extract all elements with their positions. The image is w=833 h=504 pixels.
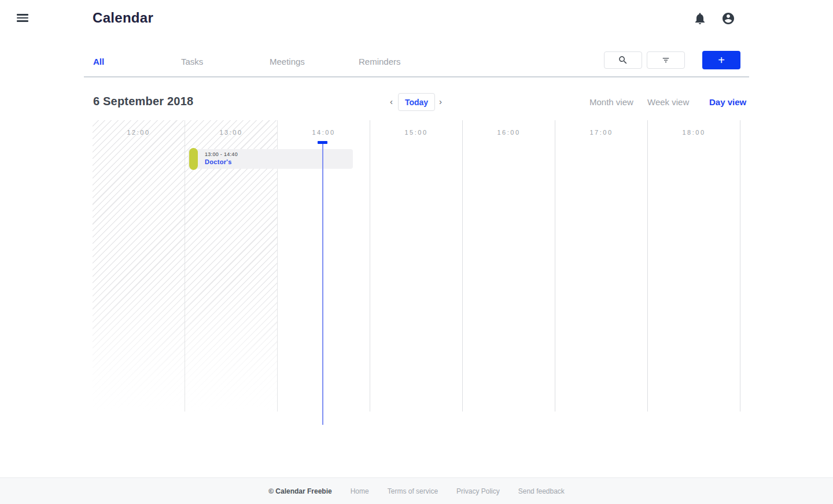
hour-slot-12[interactable]: 12:00 (93, 120, 185, 412)
filter-button[interactable] (647, 51, 685, 69)
footer-link-terms[interactable]: Terms of service (388, 487, 438, 495)
tab-meetings[interactable]: Meetings (270, 57, 305, 66)
notifications-bell-icon[interactable] (693, 12, 707, 25)
hour-slot-18[interactable]: 18:00 (648, 120, 740, 412)
hour-slot-16[interactable]: 16:00 (463, 120, 555, 412)
header-icons (693, 12, 735, 25)
event-title: Doctor's (205, 158, 238, 165)
current-time-line (322, 142, 323, 425)
tab-reminders[interactable]: Reminders (359, 57, 401, 66)
account-avatar-icon[interactable] (721, 12, 735, 25)
tab-tasks[interactable]: Tasks (181, 57, 203, 66)
hour-label: 13:00 (185, 120, 277, 136)
today-button[interactable]: Today (398, 93, 435, 111)
footer-link-privacy[interactable]: Privacy Policy (456, 487, 500, 495)
copyright-label: © Calendar Freebie (268, 487, 332, 495)
week-view-switch[interactable]: Week view (647, 97, 689, 107)
footer-link-feedback[interactable]: Send feedback (518, 487, 565, 495)
hour-label: 16:00 (463, 120, 555, 136)
event-time-range: 13:00 - 14:40 (205, 151, 238, 157)
footer-link-home[interactable]: Home (351, 487, 369, 495)
tab-all[interactable]: All (93, 57, 104, 66)
current-date-label: 6 September 2018 (93, 95, 193, 108)
add-event-button[interactable]: + (702, 51, 740, 69)
event-card-doctors[interactable]: 13:00 - 14:40 Doctor's (188, 149, 353, 169)
previous-day-chevron-icon[interactable]: ‹ (388, 97, 395, 106)
hour-label: 14:00 (278, 120, 370, 136)
search-button[interactable] (604, 51, 642, 69)
hour-slot-17[interactable]: 17:00 (555, 120, 648, 412)
day-view-switch[interactable]: Day view (709, 97, 746, 107)
menu-icon[interactable] (17, 14, 28, 23)
hour-label: 17:00 (555, 120, 647, 136)
month-view-switch[interactable]: Month view (589, 97, 633, 107)
calendar-app: Calendar All Tasks Meetings Reminders + … (0, 0, 833, 504)
hour-label: 18:00 (648, 120, 740, 136)
filter-icon (661, 55, 671, 65)
day-timeline-grid: 12:00 13:00 14:00 15:00 16:00 17:00 18:0… (93, 120, 740, 412)
search-icon (618, 55, 628, 65)
hour-label: 12:00 (93, 120, 185, 136)
event-color-pill (189, 148, 198, 170)
next-day-chevron-icon[interactable]: › (437, 97, 444, 106)
page-title: Calendar (93, 10, 153, 26)
footer: © Calendar Freebie Home Terms of service… (0, 477, 833, 504)
hour-slot-15[interactable]: 15:00 (370, 120, 463, 412)
tabs-divider (84, 76, 749, 77)
hour-label: 15:00 (370, 120, 462, 136)
current-time-tick (318, 141, 327, 144)
